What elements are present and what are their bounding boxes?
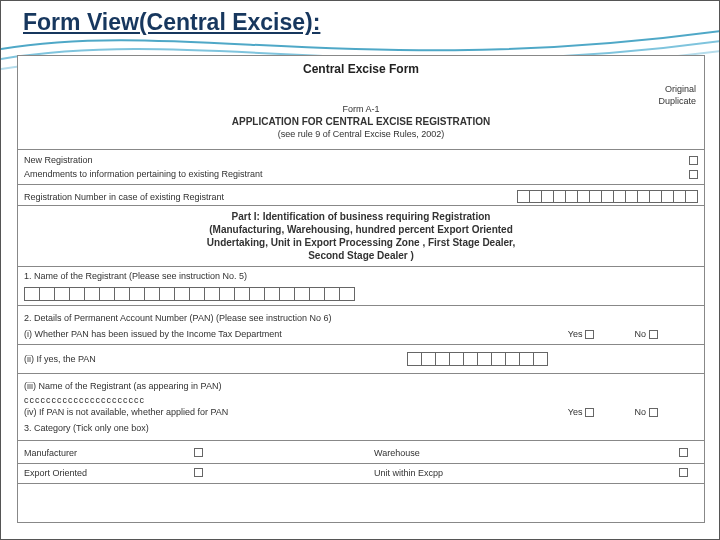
amendments-label: Amendments to information pertaining to … xyxy=(24,169,689,179)
pan-applied-yes-checkbox[interactable] xyxy=(585,408,594,417)
cat-export-label: Export Oriented xyxy=(24,468,194,479)
duplicate-label: Duplicate xyxy=(658,96,696,108)
registrant-name-input[interactable] xyxy=(24,287,698,301)
pan-issued-no-checkbox[interactable] xyxy=(649,330,658,339)
pan-issued-yes-checkbox[interactable] xyxy=(585,330,594,339)
pan-applied-no-checkbox[interactable] xyxy=(649,408,658,417)
q3-label: 3. Category (Tick only one box) xyxy=(18,419,704,437)
form-subtitle: APPLICATION FOR CENTRAL EXCISE REGISTRAT… xyxy=(18,116,704,127)
q2-label: 2. Details of Permanent Account Number (… xyxy=(18,309,704,327)
form-container: Central Excise Form Original Duplicate F… xyxy=(17,55,705,523)
q1-label: 1. Name of the Registrant (Please see in… xyxy=(18,267,704,285)
new-registration-checkbox[interactable] xyxy=(689,156,698,165)
part-1-header: Part I: Identification of business requi… xyxy=(18,205,704,267)
cat-unit-checkbox[interactable] xyxy=(679,468,688,477)
registrant-pan-name-value: cccccccccccccccccccccc xyxy=(18,395,704,405)
pan-input[interactable] xyxy=(407,352,548,366)
q2ii-label: (ii) If yes, the PAN xyxy=(24,354,96,364)
slide-title: Form View(Central Excise): xyxy=(23,9,320,36)
form-rule: (see rule 9 of Central Excise Rules, 200… xyxy=(18,129,704,139)
q2i-label: (i) Whether PAN has been issued by the I… xyxy=(24,329,282,339)
category-row-2: Export Oriented Unit within Excpp xyxy=(18,464,704,484)
reg-number-input[interactable] xyxy=(517,190,698,203)
category-row-1: Manufacturer Warehouse xyxy=(18,444,704,464)
reg-number-label: Registration Number in case of existing … xyxy=(24,192,517,202)
copy-type: Original Duplicate xyxy=(658,84,696,107)
original-label: Original xyxy=(658,84,696,96)
q2iv-label: (iv) If PAN is not available, whether ap… xyxy=(24,407,228,417)
cat-manufacturer-label: Manufacturer xyxy=(24,448,194,459)
form-code: Form A-1 xyxy=(18,104,704,114)
new-registration-label: New Registration xyxy=(24,155,689,165)
cat-export-checkbox[interactable] xyxy=(194,468,203,477)
q2iii-label: (iii) Name of the Registrant (as appeari… xyxy=(18,377,704,395)
cat-manufacturer-checkbox[interactable] xyxy=(194,448,203,457)
form-title: Central Excise Form xyxy=(18,62,704,76)
cat-warehouse-checkbox[interactable] xyxy=(679,448,688,457)
cat-warehouse-label: Warehouse xyxy=(374,448,564,459)
cat-unit-label: Unit within Excpp xyxy=(374,468,564,479)
amendments-checkbox[interactable] xyxy=(689,170,698,179)
